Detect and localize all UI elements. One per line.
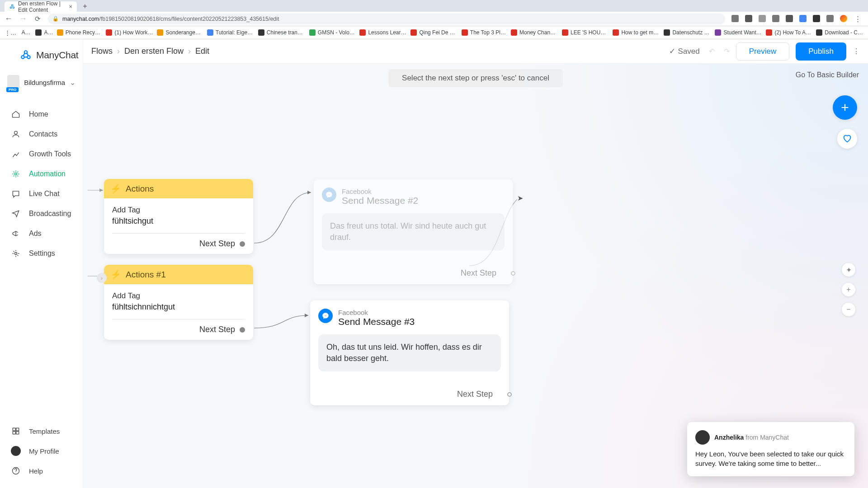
favicon — [410, 29, 417, 36]
close-icon[interactable]: × — [69, 3, 72, 10]
workspace-name: Bildungsfirma — [24, 79, 65, 86]
logo[interactable]: ManyChat — [0, 39, 83, 71]
bookmark-item[interactable]: Phone Recycling... — [57, 29, 103, 36]
bolt-icon: ⚡ — [110, 183, 121, 194]
nav-label: Ads — [29, 230, 42, 238]
publish-button[interactable]: Publish — [796, 42, 846, 61]
msg-title: Send Message #3 — [338, 316, 415, 327]
preview-button[interactable]: Preview — [736, 42, 789, 61]
add-node-fab[interactable]: + — [833, 95, 857, 120]
bookmark-item[interactable]: Sonderangebot! |... — [157, 29, 203, 36]
sidebar-item-livechat[interactable]: Live Chat — [0, 184, 83, 204]
next-step-port[interactable]: Next Step — [314, 268, 513, 278]
undo-icon[interactable]: ↶ — [709, 47, 715, 56]
toolbar-icon[interactable] — [826, 15, 834, 22]
msg-platform: Facebook — [342, 188, 418, 195]
bookmark-item[interactable]: Qing Fei De Yi - Y... — [410, 29, 458, 36]
bookmark-item[interactable]: The Top 3 Platfor... — [462, 29, 507, 36]
avatar — [11, 446, 21, 456]
basic-builder-link[interactable]: Go To Basic Builder — [796, 71, 859, 79]
extensions-icon[interactable] — [813, 15, 820, 22]
next-step-port[interactable]: Next Step — [112, 325, 245, 334]
zoom-out-button[interactable]: − — [842, 303, 855, 316]
toolbar-icon[interactable] — [731, 15, 739, 22]
toolbar-icon[interactable] — [772, 15, 779, 22]
svg-point-2 — [13, 7, 14, 9]
svg-point-7 — [15, 173, 17, 175]
node-send-message-2[interactable]: Facebook Send Message #2 Das freut uns t… — [314, 179, 513, 284]
bookmark-item[interactable]: GMSN - Vologda,... — [309, 29, 356, 36]
flow-canvas[interactable]: Select the next step or press 'esc' to c… — [83, 64, 868, 488]
nav-label: Broadcasting — [29, 210, 71, 218]
bookmark-item[interactable]: Student Wants an... — [715, 29, 762, 36]
wand-icon[interactable]: ✦ — [842, 263, 855, 277]
templates-icon — [11, 427, 21, 436]
nav-label: Growth Tools — [29, 150, 71, 158]
next-step-port[interactable]: Next Step — [112, 239, 245, 249]
url-host: manychat.com — [62, 16, 99, 22]
bookmark-item[interactable]: LEE 'S HOUSE—... — [562, 29, 609, 36]
sidebar-item-home[interactable]: Home — [0, 104, 83, 124]
browser-tab[interactable]: Den ersten Flow | Edit Content × — [5, 1, 77, 12]
node-actions-1[interactable]: › ⚡ Actions #1 Add Tag fühltsichnnichtgu… — [104, 265, 253, 340]
bookmark-item[interactable]: Download - Cooki... — [816, 29, 863, 36]
messenger-icon — [322, 188, 336, 202]
bookmark-item[interactable]: (2) How To Add A... — [766, 29, 812, 36]
forward-icon[interactable]: → — [19, 14, 27, 23]
node-actions[interactable]: ⚡ Actions Add Tag fühltsichgut Next Step — [104, 179, 253, 254]
favicon — [359, 29, 366, 36]
sidebar-item-ads[interactable]: Ads — [0, 224, 83, 244]
sidebar-item-broadcast[interactable]: Broadcasting — [0, 204, 83, 224]
svg-marker-16 — [305, 314, 308, 317]
sidebar-item-help[interactable]: Help — [0, 461, 83, 481]
sidebar-item-templates[interactable]: Templates — [0, 421, 83, 441]
next-step-port[interactable]: Next Step — [310, 389, 509, 399]
address-bar[interactable]: 🔒 manychat.com /fb19815020819020618/cms/… — [48, 14, 725, 24]
toolbar-icon[interactable] — [759, 15, 766, 22]
sidebar-item-settings[interactable]: Settings — [0, 244, 83, 263]
nav-label: Help — [29, 467, 43, 475]
bookmark-item[interactable]: Apps — [35, 29, 53, 36]
contacts-icon — [11, 130, 21, 139]
zoom-in-button[interactable]: + — [842, 283, 855, 296]
crumb-flowname[interactable]: Den ersten Flow — [124, 47, 184, 56]
bookmark-item[interactable]: Datenschutz – Re... — [664, 29, 711, 36]
sidebar-item-automation[interactable]: Automation — [0, 164, 83, 184]
nav-label: Templates — [29, 427, 60, 435]
favicon — [207, 29, 213, 36]
favorite-fab[interactable] — [837, 129, 857, 149]
new-tab-button[interactable]: + — [80, 2, 90, 11]
redo-icon[interactable]: ↷ — [724, 47, 730, 56]
crumb-flows[interactable]: Flows — [91, 47, 113, 56]
in-port[interactable]: › — [97, 273, 107, 283]
sidebar-item-growth[interactable]: Growth Tools — [0, 144, 83, 164]
favicon — [57, 29, 63, 36]
bookmark-item[interactable]: (1) How Working A... — [106, 29, 153, 36]
favicon — [258, 29, 264, 36]
sidebar-item-contacts[interactable]: Contacts — [0, 124, 83, 144]
bookmark-item[interactable]: Chinese translatio... — [258, 29, 306, 36]
gear-icon — [11, 249, 21, 258]
workspace-switcher[interactable]: PRO Bildungsfirma ⌄ — [0, 71, 83, 94]
toolbar-icon[interactable] — [786, 15, 793, 22]
bookmark-item[interactable]: Lessons Learned f... — [359, 29, 407, 36]
node-send-message-3[interactable]: Facebook Send Message #3 Oh, das tut uns… — [310, 300, 509, 405]
bookmark-item[interactable]: How to get more v... — [613, 29, 660, 36]
automation-icon — [11, 169, 21, 178]
profile-avatar[interactable] — [840, 15, 847, 22]
msg-body: Das freut uns total. Wir sind heute auch… — [322, 213, 505, 250]
intercom-popup[interactable]: Anzhelika from ManyChat Hey Leon, You've… — [687, 422, 854, 476]
toolbar-icon[interactable] — [799, 15, 807, 22]
bookmark-item[interactable]: Tutorial: Eigene Fa... — [207, 29, 255, 36]
chevron-right-icon: › — [117, 47, 120, 56]
bookmark-apps[interactable]: ⋮⋮⋮Apps — [5, 29, 32, 36]
toolbar-icon[interactable] — [745, 15, 752, 22]
sidebar-item-profile[interactable]: My Profile — [0, 441, 83, 461]
reload-icon[interactable]: ⟳ — [33, 15, 42, 23]
bookmark-item[interactable]: Money Changes E... — [511, 29, 558, 36]
back-icon[interactable]: ← — [5, 14, 13, 23]
more-icon[interactable]: ⋮ — [853, 47, 860, 56]
nav-bottom: Templates My Profile Help — [0, 421, 83, 488]
menu-icon[interactable]: ⋮ — [854, 15, 862, 23]
main: Flows › Den ersten Flow › Edit ✓ Saved ↶… — [83, 39, 868, 488]
